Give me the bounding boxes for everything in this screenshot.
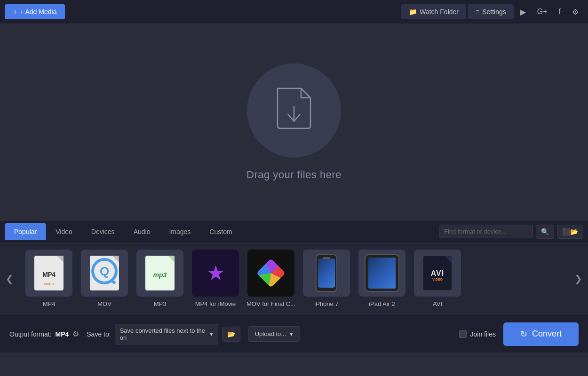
format-search-input[interactable] — [439, 225, 533, 238]
lines-icon: ≡ — [476, 8, 479, 16]
format-panel: Popular Video Devices Audio Images Custo… — [0, 221, 588, 315]
format-thumb-imovie: ★ — [192, 250, 239, 297]
add-media-label: + Add Media — [20, 8, 56, 16]
refresh-icon: ↻ — [520, 329, 527, 339]
format-label-mov: MOV — [97, 300, 111, 307]
bottombar-right: Join files ↻ Convert — [459, 322, 579, 346]
facebook-icon: f — [559, 8, 561, 16]
facebook-button[interactable]: f — [554, 4, 565, 20]
save-to-area: Save to: Save converted files next to th… — [87, 324, 240, 345]
join-files-toggle[interactable]: Join files — [459, 330, 496, 338]
format-item-iphone7[interactable]: iPhone 7 — [301, 250, 352, 307]
open-folder-icon: 📂 — [227, 330, 235, 338]
chevron-down-icon: ▾ — [210, 330, 213, 337]
topbar: + + Add Media 📁 Watch Folder ≡ Settings … — [0, 0, 588, 24]
tabs-row: Popular Video Devices Audio Images Custo… — [0, 221, 588, 242]
output-format-label: Output format: — [9, 330, 51, 338]
format-label-imovie: MP4 for iMovie — [195, 300, 236, 307]
tab-images[interactable]: Images — [159, 223, 200, 240]
youtube-icon: ▶ — [520, 8, 526, 16]
dropzone[interactable]: Drag your files here — [0, 24, 588, 221]
format-label-iphone7: iPhone 7 — [314, 300, 338, 307]
upload-to-dropdown[interactable]: Upload to... ▾ — [248, 326, 301, 342]
output-format-area: Output format: MP4 ⚙ — [9, 329, 79, 338]
chevron-right-icon: ❯ — [574, 273, 582, 284]
search-icon: 🔍 — [541, 228, 549, 235]
chevron-down-icon-2: ▾ — [290, 330, 293, 337]
folder-watch-icon: 📁 — [409, 8, 417, 16]
watch-folder-button[interactable]: 📁 Watch Folder — [401, 4, 466, 19]
format-thumb-mp3: mp3 — [136, 250, 183, 297]
tab-video[interactable]: Video — [46, 223, 82, 240]
gear-icon: ⚙ — [572, 8, 579, 16]
format-scroll-container: ❮ MP4 VIDEO MP4 Q — [0, 242, 588, 315]
format-item-fcpx[interactable]: MOV for Final C... — [245, 250, 297, 307]
format-grid: MP4 VIDEO MP4 Q MOV — [19, 242, 569, 315]
tab-devices[interactable]: Devices — [82, 223, 124, 240]
format-item-mp4[interactable]: MP4 VIDEO MP4 — [23, 250, 75, 307]
add-media-button[interactable]: + + Add Media — [5, 4, 65, 19]
format-label-avi: AVI — [433, 300, 442, 307]
plus-icon: + — [13, 8, 17, 16]
tab-search-area: 🔍 ⬛📂 — [439, 225, 583, 239]
drop-file-icon — [273, 86, 315, 135]
bottombar: Output format: MP4 ⚙ Save to: Save conve… — [0, 315, 588, 352]
browse-folder-button[interactable]: 📂 — [222, 327, 240, 342]
format-thumb-mov: Q — [81, 250, 128, 297]
tab-audio[interactable]: Audio — [124, 223, 160, 240]
app-settings-button[interactable]: ⚙ — [567, 4, 583, 20]
save-to-label: Save to: — [87, 330, 111, 338]
chevron-left-icon: ❮ — [6, 273, 14, 284]
format-item-mp3[interactable]: mp3 MP3 — [134, 250, 186, 307]
format-thumb-mp4: MP4 VIDEO — [25, 250, 72, 297]
format-label-fcpx: MOV for Final C... — [246, 300, 295, 307]
format-item-imovie[interactable]: ★ MP4 for iMovie — [190, 250, 241, 307]
watch-folder-label: Watch Folder — [420, 8, 459, 16]
join-files-label: Join files — [470, 330, 496, 338]
search-icon-button[interactable]: 🔍 — [536, 225, 554, 239]
format-thumb-iphone7 — [303, 250, 350, 297]
save-to-value: Save converted files next to the ori — [120, 327, 207, 341]
convert-button[interactable]: ↻ Convert — [503, 322, 579, 346]
convert-label: Convert — [532, 329, 562, 339]
scroll-prev-button[interactable]: ❮ — [0, 246, 19, 312]
format-label-ipadair2: iPad Air 2 — [369, 300, 395, 307]
googleplus-button[interactable]: G+ — [532, 4, 552, 20]
topbar-right: 📁 Watch Folder ≡ Settings ▶ G+ f ⚙ — [401, 4, 583, 20]
folder-square-icon: ⬛📂 — [562, 228, 578, 235]
format-thumb-avi: AVI VIDEO — [414, 250, 461, 297]
format-item-mov[interactable]: Q MOV — [79, 250, 130, 307]
scroll-next-button[interactable]: ❯ — [569, 246, 588, 312]
drop-circle — [247, 63, 341, 157]
tab-popular[interactable]: Popular — [5, 223, 46, 240]
output-format-value: MP4 — [55, 330, 69, 338]
youtube-button[interactable]: ▶ — [516, 4, 531, 20]
settings-label: Settings — [482, 8, 506, 16]
format-folder-button[interactable]: ⬛📂 — [557, 225, 583, 239]
upload-to-label: Upload to... — [255, 330, 286, 337]
tab-custom[interactable]: Custom — [200, 223, 241, 240]
join-files-checkbox[interactable] — [459, 330, 467, 338]
format-label-mp4: MP4 — [43, 300, 56, 307]
format-item-ipadair2[interactable]: iPad Air 2 — [356, 250, 408, 307]
format-thumb-ipadair2 — [358, 250, 405, 297]
settings-button[interactable]: ≡ Settings — [468, 4, 514, 19]
output-format-settings-button[interactable]: ⚙ — [72, 329, 79, 338]
format-thumb-fcpx — [247, 250, 294, 297]
format-label-mp3: MP3 — [154, 300, 167, 307]
drop-text: Drag your files here — [246, 169, 342, 181]
gplus-icon: G+ — [537, 8, 548, 16]
save-to-dropdown[interactable]: Save converted files next to the ori ▾ — [115, 324, 218, 345]
format-item-avi[interactable]: AVI VIDEO AVI — [412, 250, 463, 307]
